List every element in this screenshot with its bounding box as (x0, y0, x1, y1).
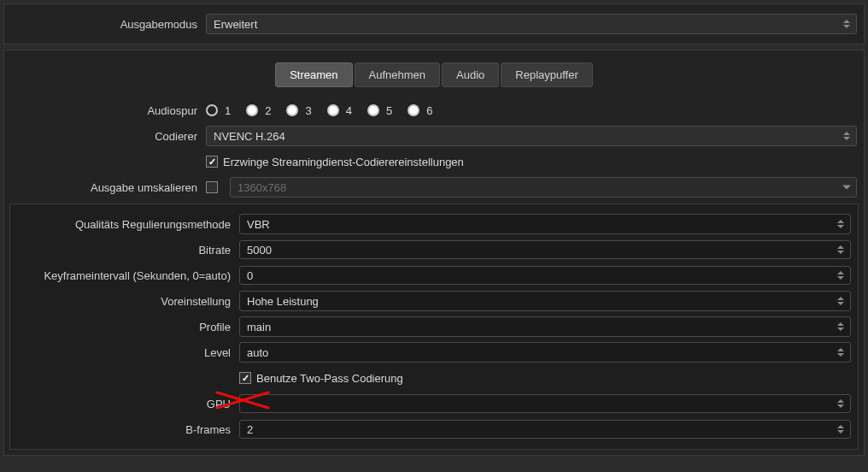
output-mode-panel: Ausgabemodus Erweitert (3, 3, 865, 44)
bframes-label: B-frames (17, 423, 239, 436)
voreinstellung-label: Voreinstellung (17, 295, 239, 308)
tab-audio[interactable]: Audio (442, 62, 499, 87)
updown-icon[interactable] (833, 343, 848, 362)
profile-dropdown[interactable]: main (239, 316, 851, 337)
updown-icon[interactable] (839, 15, 854, 33)
twopass-checkbox[interactable] (239, 372, 251, 384)
profile-value: main (247, 321, 271, 333)
output-mode-value: Erweitert (214, 18, 257, 31)
codierer-label: Codierer (11, 130, 206, 143)
codierer-value: NVENC H.264 (214, 130, 285, 143)
bframes-value: 2 (247, 423, 253, 436)
updown-icon[interactable] (833, 215, 848, 233)
ausgabe-umskalieren-label: Ausgabe umskalieren (11, 181, 206, 194)
voreinstellung-dropdown[interactable]: Hohe Leistung (239, 291, 851, 311)
streaming-panel: Streamen Aufnehmen Audio Replaypuffer Au… (3, 50, 865, 456)
chevron-down-icon (842, 186, 851, 190)
bframes-input[interactable]: 2 (239, 420, 851, 439)
encoder-settings-panel: Qualitäts Regulierungsmethode VBR Bitrat… (9, 204, 859, 450)
gpu-label: GPU (17, 398, 239, 410)
erzwinge-label: Erzwinge Streamingdienst-Codierereinstel… (223, 156, 464, 168)
ausgabe-umskalieren-dropdown: 1360x768 (230, 177, 857, 198)
gpu-input[interactable] (239, 394, 851, 413)
keyframe-value: 0 (247, 269, 253, 282)
updown-icon[interactable] (833, 421, 848, 438)
output-mode-dropdown[interactable]: Erweitert (206, 14, 857, 34)
bitrate-label: Bitrate (17, 244, 239, 257)
keyframe-label: Keyframeintervall (Sekunden, 0=auto) (17, 269, 239, 282)
codierer-dropdown[interactable]: NVENC H.264 (206, 126, 857, 146)
qualitaet-value: VBR (247, 218, 270, 231)
updown-icon[interactable] (833, 292, 848, 310)
updown-icon[interactable] (839, 127, 854, 145)
level-value: auto (247, 346, 268, 359)
ausgabe-umskalieren-checkbox[interactable] (206, 181, 218, 193)
radio-track-5[interactable] (367, 104, 379, 116)
updown-icon[interactable] (833, 317, 848, 336)
voreinstellung-value: Hohe Leistung (247, 295, 319, 308)
output-mode-label: Ausgabemodus (11, 18, 206, 31)
radio-track-4[interactable] (327, 104, 339, 116)
annotation-red-cross (217, 389, 277, 415)
qualitaet-dropdown[interactable]: VBR (239, 214, 851, 234)
ausgabe-umskalieren-value: 1360x768 (238, 181, 286, 194)
radio-track-6[interactable] (408, 104, 419, 116)
radio-track-2[interactable] (246, 104, 258, 116)
level-label: Level (17, 346, 239, 359)
twopass-label: Benutze Two-Pass Codierung (256, 372, 403, 385)
qualitaet-label: Qualitäts Regulierungsmethode (17, 218, 239, 231)
tab-replaypuffer[interactable]: Replaypuffer (501, 62, 592, 87)
updown-icon[interactable] (833, 241, 848, 258)
tab-bar: Streamen Aufnehmen Audio Replaypuffer (4, 50, 864, 96)
erzwinge-checkbox[interactable] (206, 156, 218, 168)
radio-track-3[interactable] (286, 104, 298, 116)
tab-aufnehmen[interactable]: Aufnehmen (355, 62, 441, 87)
radio-track-1[interactable] (206, 104, 218, 116)
bitrate-value: 5000 (247, 244, 272, 257)
bitrate-input[interactable]: 5000 (239, 240, 851, 259)
tab-streamen[interactable]: Streamen (275, 62, 352, 87)
keyframe-input[interactable]: 0 (239, 266, 851, 285)
updown-icon[interactable] (833, 267, 848, 284)
updown-icon[interactable] (833, 395, 848, 412)
profile-label: Profile (17, 321, 239, 333)
level-dropdown[interactable]: auto (239, 342, 851, 363)
audiospur-label: Audiospur (11, 104, 206, 117)
audiospur-radio-group: 1 2 3 4 5 6 (206, 104, 857, 117)
